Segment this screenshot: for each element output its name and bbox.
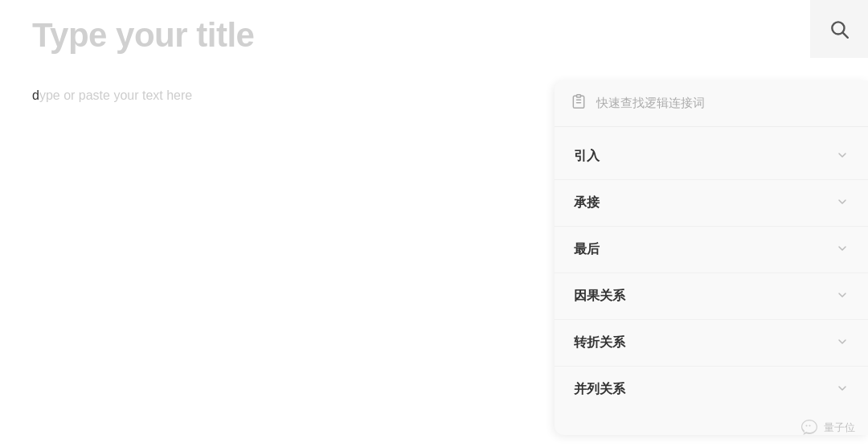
chevron-down-icon-intro xyxy=(836,149,849,164)
category-list: 引入承接最后因果关系转折关系并列关系 xyxy=(555,127,868,419)
search-icon xyxy=(829,18,850,39)
chevron-down-icon-contrast xyxy=(836,335,849,351)
category-label-finally: 最后 xyxy=(574,241,600,258)
category-label-contrast: 转折关系 xyxy=(574,334,625,351)
sidebar-search-bar[interactable]: 快速查找逻辑连接词 xyxy=(555,80,868,127)
chevron-down-icon-parallel xyxy=(836,382,849,397)
category-item-finally[interactable]: 最后 xyxy=(555,227,868,273)
category-item-causality[interactable]: 因果关系 xyxy=(555,273,868,320)
body-placeholder: ype or paste your text here xyxy=(39,88,192,103)
sidebar-search-placeholder: 快速查找逻辑连接词 xyxy=(596,96,705,111)
chevron-down-icon-finally xyxy=(836,242,849,257)
category-label-parallel: 并列关系 xyxy=(574,381,625,398)
wechat-icon xyxy=(800,418,819,437)
search-icon-button[interactable] xyxy=(810,0,868,58)
category-item-contrast[interactable]: 转折关系 xyxy=(555,320,868,367)
title-placeholder[interactable]: Type your title xyxy=(32,16,254,55)
category-label-transition: 承接 xyxy=(574,195,600,211)
sidebar-panel: 快速查找逻辑连接词 引入承接最后因果关系转折关系并列关系 xyxy=(555,80,868,435)
category-label-causality: 因果关系 xyxy=(574,288,625,305)
category-label-intro: 引入 xyxy=(574,148,600,165)
editor-area: Type your title d ype or paste your text… xyxy=(0,0,868,447)
svg-line-1 xyxy=(843,33,848,38)
category-item-transition[interactable]: 承接 xyxy=(555,180,868,227)
category-item-intro[interactable]: 引入 xyxy=(555,133,868,180)
chevron-down-icon-causality xyxy=(836,289,849,304)
category-item-parallel[interactable]: 并列关系 xyxy=(555,367,868,412)
body-text-area[interactable]: d ype or paste your text here xyxy=(32,88,192,103)
chevron-down-icon-transition xyxy=(836,195,849,211)
watermark: 量子位 xyxy=(800,418,855,437)
cursor-char: d xyxy=(32,88,39,103)
clipboard-icon xyxy=(571,93,587,113)
watermark-text: 量子位 xyxy=(824,420,855,435)
